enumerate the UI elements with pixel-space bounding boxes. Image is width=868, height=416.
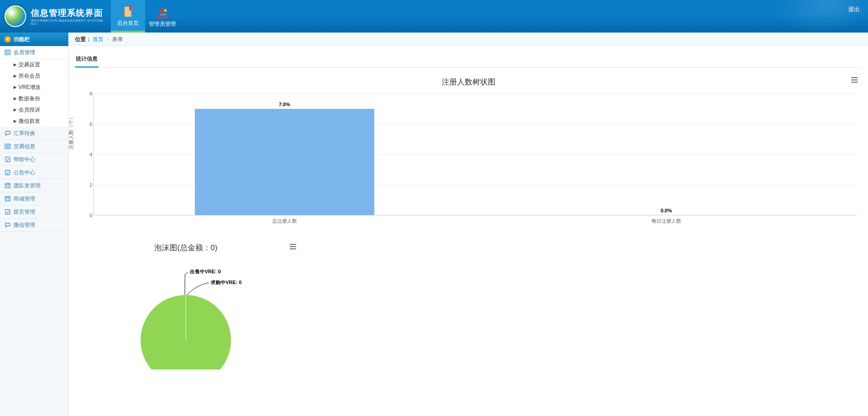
sidebar-item-label: 交易信息 xyxy=(14,140,35,153)
chart-menu-button[interactable] xyxy=(289,243,297,251)
svg-rect-3 xyxy=(160,14,166,15)
sidebar-item-5[interactable]: 团队奖管理 xyxy=(0,179,68,192)
svg-point-4 xyxy=(164,9,167,12)
top-tab-0[interactable]: 后台首页 xyxy=(111,0,145,33)
sidebar-item-label: 留言管理 xyxy=(14,206,35,219)
sidebar-subitem-0-1[interactable]: ▶所有会员 xyxy=(0,70,68,82)
list-icon xyxy=(5,143,11,150)
sidebar-subitem-0-2[interactable]: ▶VRE增送 xyxy=(0,82,68,93)
breadcrumb-label: 位置： xyxy=(75,36,91,42)
logout-link[interactable]: 退出 xyxy=(848,5,860,14)
app-header: 信息管理系统界面 INFORMATION MANAGEMENT SYSTEM G… xyxy=(0,0,868,33)
triangle-right-icon: ▶ xyxy=(14,93,17,104)
sidebar-item-8[interactable]: 微信管理 xyxy=(0,219,68,232)
sidebar-item-label: 团队奖管理 xyxy=(14,179,41,192)
grid-icon xyxy=(5,196,11,202)
sidebar-subitem-0-0[interactable]: ▶交易设置 xyxy=(0,59,68,70)
sidebar-item-7[interactable]: 留言管理 xyxy=(0,206,68,219)
chat-icon xyxy=(5,222,11,228)
app-subtitle: INFORMATION MANAGEMENT SYSTEM GUI xyxy=(31,19,111,25)
bubble-chart-container: 泡沫图(总金额：0) 出售中VRE: 0 求购中VRE: 0 xyxy=(75,243,297,369)
y-tick: 4 xyxy=(90,152,92,157)
list-icon xyxy=(5,49,11,56)
book-icon xyxy=(121,4,135,19)
sidebar-subitem-label: 会员投诉 xyxy=(19,104,40,116)
sidebar-subitem-label: 微信群发 xyxy=(19,116,40,127)
bar-value-label: 7.0% xyxy=(195,102,374,107)
bubble-chart-title: 泡沫图(总金额：0) xyxy=(75,243,297,253)
sidebar-subitem-label: 所有会员 xyxy=(19,70,40,82)
sidebar-subitem-0-3[interactable]: ▶数据备份 xyxy=(0,93,68,104)
x-tick: 每日注册人数 xyxy=(476,218,858,224)
sidebar: 功能栏 会员管理▶交易设置▶所有会员▶VRE增送▶数据备份▶会员投诉▶微信群发汇… xyxy=(0,33,69,416)
top-tab-label: 管理员管理 xyxy=(149,20,176,28)
chart-menu-button[interactable] xyxy=(851,77,858,84)
sidebar-item-3[interactable]: 帮助中心 xyxy=(0,153,68,166)
sidebar-panel-title: 功能栏 xyxy=(14,33,30,46)
sidebar-item-6[interactable]: 商城管理 xyxy=(0,192,68,206)
breadcrumb-home[interactable]: 首页 xyxy=(93,36,104,42)
sidebar-item-4[interactable]: 公告中心 xyxy=(0,166,68,179)
sidebar-subitem-0-4[interactable]: ▶会员投诉 xyxy=(0,104,68,116)
app-title: 信息管理系统界面 xyxy=(31,7,111,19)
section-title: 统计信息 xyxy=(75,49,862,68)
sidebar-panel-header[interactable]: 功能栏 xyxy=(0,33,68,46)
y-tick: 2 xyxy=(90,182,92,188)
breadcrumb-current: 表单 xyxy=(112,36,123,42)
sidebar-item-label: 公告中心 xyxy=(14,166,35,179)
collapse-icon xyxy=(5,36,11,42)
edit-icon xyxy=(5,156,11,163)
admin-icon xyxy=(156,5,169,20)
grid-icon xyxy=(5,182,11,189)
sidebar-subitem-label: 交易设置 xyxy=(19,59,40,70)
bubble-label-1: 求购中VRE: 0 xyxy=(210,280,241,285)
bubble-label-0: 出售中VRE: 0 xyxy=(190,269,221,274)
svg-rect-19 xyxy=(5,196,10,201)
sidebar-item-2[interactable]: 交易信息 xyxy=(0,140,68,153)
triangle-right-icon: ▶ xyxy=(14,82,17,93)
triangle-right-icon: ▶ xyxy=(14,70,17,82)
sidebar-item-label: 汇率转换 xyxy=(14,127,35,140)
edit-icon xyxy=(5,209,11,215)
y-tick: 6 xyxy=(90,122,92,127)
y-tick: 0 xyxy=(90,213,92,218)
breadcrumb: 位置： 首页 › 表单 xyxy=(69,33,868,46)
x-tick: 总注册人数 xyxy=(94,218,476,224)
sidebar-item-label: 微信管理 xyxy=(14,219,35,232)
y-axis-label: 注册人数（个） xyxy=(68,115,75,150)
sidebar-subitem-label: VRE增送 xyxy=(19,82,41,93)
triangle-right-icon: ▶ xyxy=(14,59,17,70)
sidebar-item-1[interactable]: 汇率转换 xyxy=(0,127,68,140)
sidebar-item-label: 会员管理 xyxy=(14,46,35,59)
sidebar-subitem-0-5[interactable]: ▶微信群发 xyxy=(0,116,68,127)
top-tab-label: 后台首页 xyxy=(117,19,139,27)
triangle-right-icon: ▶ xyxy=(14,104,17,116)
sidebar-subitem-label: 数据备份 xyxy=(19,93,40,104)
bar-value-label: 0.0% xyxy=(576,208,756,213)
bar-chart-container: 注册人数树状图 注册人数（个） 02468 7.0%总注册人数0.0%每日注册人… xyxy=(75,77,862,229)
bubble-chart-svg: 出售中VRE: 0 求购中VRE: 0 xyxy=(75,261,297,369)
logo-area: 信息管理系统界面 INFORMATION MANAGEMENT SYSTEM G… xyxy=(0,0,111,33)
sidebar-item-label: 商城管理 xyxy=(14,192,35,206)
edit-icon xyxy=(5,169,11,176)
sidebar-item-label: 帮助中心 xyxy=(14,153,35,166)
triangle-right-icon: ▶ xyxy=(14,116,17,127)
logo-icon xyxy=(5,5,26,27)
sidebar-item-0[interactable]: 会员管理 xyxy=(0,46,68,59)
chat-icon xyxy=(5,130,11,136)
top-tab-1[interactable]: 管理员管理 xyxy=(145,0,179,33)
y-tick: 8 xyxy=(90,91,92,96)
main-content: 位置： 首页 › 表单 统计信息 注册人数树状图 注册人数（个） 02468 7… xyxy=(69,33,868,416)
bar-0 xyxy=(195,109,374,215)
svg-rect-15 xyxy=(5,183,10,188)
bar-chart-title: 注册人数树状图 xyxy=(75,77,862,87)
svg-rect-2 xyxy=(129,6,131,10)
